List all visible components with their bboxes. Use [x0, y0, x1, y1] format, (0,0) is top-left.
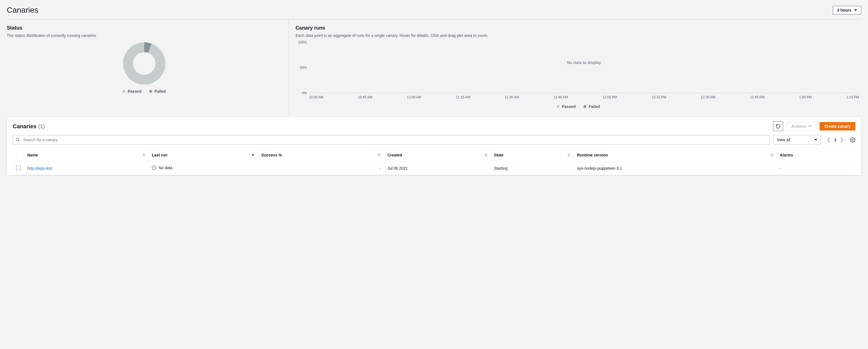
dot-icon: [584, 105, 586, 108]
legend-failed: Failed: [589, 104, 600, 109]
time-range-label: 3 hours: [837, 8, 851, 12]
gear-icon: [850, 137, 855, 143]
search-icon: [16, 138, 20, 142]
state-cell: Starting: [491, 162, 574, 175]
page-title: Canaries: [7, 6, 38, 14]
filter-selected: View all: [777, 138, 790, 142]
canaries-table-card: Canaries (1) Actions Create canary: [7, 117, 861, 175]
settings-button[interactable]: [850, 137, 855, 143]
y-tick: 100%: [296, 40, 307, 44]
col-last-run[interactable]: Last run▼: [149, 149, 258, 162]
table-count: (1): [38, 123, 45, 129]
runs-title: Canary runs: [296, 25, 861, 31]
page-number: 1: [834, 138, 836, 142]
alarms-cell: -: [776, 162, 855, 175]
table-title: Canaries (1): [13, 123, 45, 130]
runtime-cell: syn-nodejs-puppeteer-3.1: [574, 162, 776, 175]
col-checkbox: [13, 149, 24, 162]
col-alarms[interactable]: Alarms: [776, 149, 855, 162]
next-page-button[interactable]: ❯: [840, 137, 844, 143]
create-canary-button[interactable]: Create canary: [819, 122, 855, 130]
col-state[interactable]: State▽: [491, 149, 574, 162]
legend-passed: Passed: [562, 104, 576, 109]
row-checkbox[interactable]: [16, 166, 21, 170]
caret-down-icon: [854, 9, 857, 11]
runs-legend: Passed Failed: [296, 104, 861, 109]
no-data-icon: [152, 166, 156, 170]
y-tick: 50%: [296, 66, 307, 69]
y-tick: 0%: [296, 91, 307, 95]
refresh-icon: [776, 124, 781, 129]
status-donut-chart: [123, 42, 165, 85]
chart-no-data: No data to display: [567, 60, 601, 65]
caret-down-icon: [809, 125, 811, 127]
status-title: Status: [7, 25, 282, 31]
x-tick: 12:00 PM: [602, 95, 617, 99]
x-tick: 11:30 AM: [505, 95, 519, 99]
x-axis: 10:30 AM 10:45 AM 11:00 AM 11:15 AM 11:3…: [309, 95, 859, 99]
runs-subtitle: Each data point is an aggregate of runs …: [296, 33, 861, 38]
x-tick: 10:45 AM: [358, 95, 372, 99]
x-tick: 12:45 PM: [750, 95, 764, 99]
svg-point-0: [16, 138, 19, 141]
x-tick: 1:00 PM: [799, 95, 812, 99]
last-run-cell: No data: [152, 166, 173, 170]
status-subtitle: The status distribution of currently run…: [7, 33, 282, 38]
refresh-button[interactable]: [773, 121, 783, 131]
x-tick: 11:15 AM: [456, 95, 470, 99]
time-range-select[interactable]: 3 hours: [833, 6, 861, 14]
filter-select[interactable]: View all: [773, 135, 821, 145]
legend-failed: Failed: [154, 89, 166, 94]
svg-point-2: [852, 139, 854, 141]
status-panel: Status The status distribution of curren…: [7, 20, 289, 114]
legend-passed: Passed: [128, 89, 142, 94]
x-tick: 10:30 AM: [309, 95, 323, 99]
create-label: Create canary: [824, 124, 850, 128]
col-success[interactable]: Success %▽: [258, 149, 384, 162]
table-row: http-steps-test No data - Jul 06 2021 St…: [13, 162, 855, 175]
runs-panel: Canary runs Each data point is an aggreg…: [289, 20, 861, 114]
status-legend: Passed Failed: [123, 89, 166, 94]
runs-chart[interactable]: 100% 50% 0% No data to display: [309, 42, 859, 93]
dot-icon: [149, 90, 152, 93]
x-tick: 11:00 AM: [407, 95, 421, 99]
col-created[interactable]: Created▽: [384, 149, 491, 162]
actions-button[interactable]: Actions: [786, 122, 816, 130]
search-input[interactable]: [13, 135, 770, 145]
created-cell: Jul 06 2021: [384, 162, 491, 175]
canaries-table: Name▽ Last run▼ Success %▽ Created▽ Stat…: [13, 149, 855, 175]
dot-icon: [123, 90, 125, 93]
success-cell: -: [258, 162, 384, 175]
col-runtime[interactable]: Runtime version▽: [574, 149, 776, 162]
x-tick: 1:15 PM: [846, 95, 859, 99]
prev-page-button[interactable]: ❮: [827, 137, 831, 143]
caret-down-icon: [814, 139, 817, 141]
x-tick: 12:30 PM: [701, 95, 715, 99]
svg-line-1: [18, 140, 20, 142]
pagination: ❮ 1 ❯: [824, 137, 846, 143]
x-tick: 12:15 PM: [652, 95, 666, 99]
actions-label: Actions: [792, 124, 806, 128]
canary-name-link[interactable]: http-steps-test: [27, 166, 53, 171]
dot-icon: [557, 105, 559, 108]
col-name[interactable]: Name▽: [24, 149, 149, 162]
x-tick: 11:45 AM: [554, 95, 568, 99]
